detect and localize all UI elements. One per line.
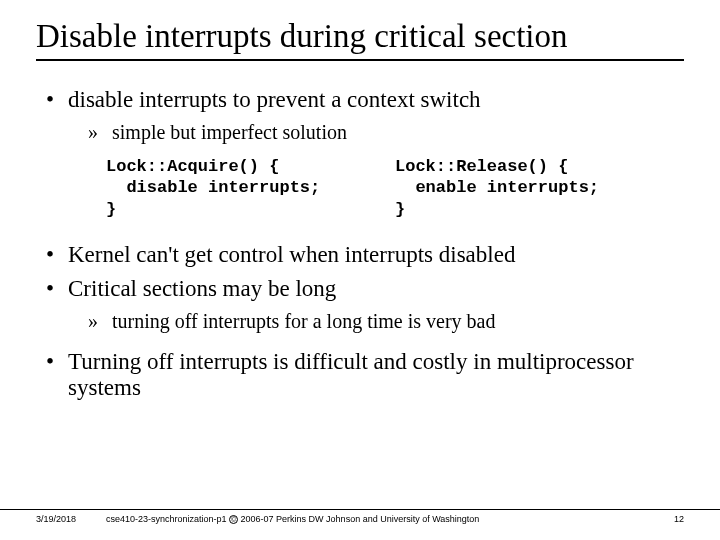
bullet-item: • Turning off interrupts is difficult an…	[46, 349, 684, 401]
bullet-text: turning off interrupts for a long time i…	[112, 310, 495, 333]
code-release: Lock::Release() { enable interrupts; }	[395, 156, 684, 220]
bullet-text: Critical sections may be long	[68, 276, 336, 302]
bullet-icon: •	[46, 276, 68, 302]
sub-bullet-item: » turning off interrupts for a long time…	[88, 310, 684, 333]
bullet-icon: •	[46, 349, 68, 401]
copyright-icon: ©	[229, 515, 238, 524]
sub-bullet-item: » simple but imperfect solution	[88, 121, 684, 144]
bullet-text: Turning off interrupts is difficult and …	[68, 349, 684, 401]
footer-date: 3/19/2018	[36, 514, 96, 524]
raquo-icon: »	[88, 310, 112, 333]
bullet-item: • Kernel can't get control when interrup…	[46, 242, 684, 268]
slide-title: Disable interrupts during critical secti…	[36, 18, 684, 61]
bullet-item: • disable interrupts to prevent a contex…	[46, 87, 684, 113]
code-block: Lock::Acquire() { disable interrupts; } …	[106, 156, 684, 220]
footer-attrib: 2006-07 Perkins DW Johnson and Universit…	[238, 514, 479, 524]
bullet-text: simple but imperfect solution	[112, 121, 347, 144]
slide: Disable interrupts during critical secti…	[0, 0, 720, 540]
bullet-icon: •	[46, 87, 68, 113]
footer: 3/19/2018 cse410-23-synchronization-p1 ©…	[0, 509, 720, 524]
bullet-text: Kernel can't get control when interrupts…	[68, 242, 515, 268]
spacer	[36, 339, 684, 349]
bullet-text: disable interrupts to prevent a context …	[68, 87, 481, 113]
footer-inner: 3/19/2018 cse410-23-synchronization-p1 ©…	[36, 510, 684, 524]
bullet-icon: •	[46, 242, 68, 268]
page-number: 12	[654, 514, 684, 524]
footer-center: cse410-23-synchronization-p1 © 2006-07 P…	[96, 514, 654, 524]
footer-file: cse410-23-synchronization-p1	[106, 514, 229, 524]
raquo-icon: »	[88, 121, 112, 144]
bullet-item: • Critical sections may be long	[46, 276, 684, 302]
code-acquire: Lock::Acquire() { disable interrupts; }	[106, 156, 395, 220]
